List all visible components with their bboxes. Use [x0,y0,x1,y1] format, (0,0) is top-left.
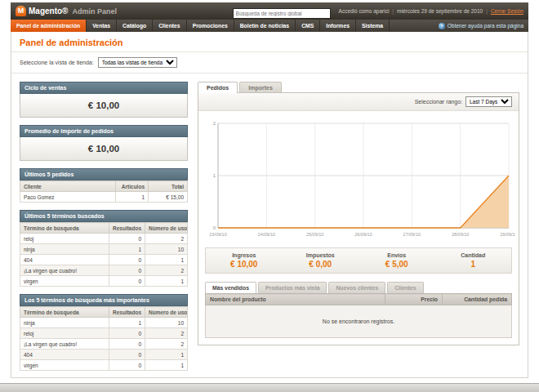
nav-item-catalogo[interactable]: Catálogo [117,20,153,32]
cell: 1 [145,276,188,287]
totals-bar: Ingresos € 10,00 Impuestos € 0,00 Envíos… [205,247,512,274]
tab-productos-mas-vista[interactable]: Productos más vista [258,282,327,293]
cell: 1 [109,318,145,328]
range-label: Seleccionar rango: [415,99,462,105]
orders-area-chart: 23/09/1024/09/1025/09/1026/09/1027/09/10… [205,117,515,239]
cell: virgen [20,276,109,287]
table-row[interactable]: reloj 0 2 [20,234,188,244]
col-header: Número de usos [145,223,188,234]
chart-panel: Seleccionar rango: Last 7 Days 23/09/102… [198,92,519,345]
cell: ¡La virgen que cuadro! [20,265,109,276]
magento-logo[interactable]: M Magento® Admin Panel [16,6,117,16]
tab-mas-vendidos[interactable]: Más vendidos [205,282,256,293]
table-header-row: Término de búsqueda Resultados Número de… [20,223,188,234]
table-row[interactable]: 404 0 1 [20,255,188,265]
cell: 1 [145,255,188,265]
logo-text: Magento® [29,7,68,16]
cell: 0 [109,234,145,244]
range-select[interactable]: Last 7 Days [466,96,512,107]
table-header-row: Nombre del producto Precio Cantidad pedi… [206,294,512,305]
table-row[interactable]: 404 0 1 [20,350,188,360]
main-navigation: Panel de administración Ventas Catálogo … [11,20,528,32]
average-orders-value: € 10,00 [20,137,188,161]
nav-item-ventas[interactable]: Ventas [87,20,117,32]
table-row[interactable]: ¡La virgen que cuadro! 0 2 [20,265,188,276]
stat-label: Ingresos [206,252,283,258]
cell: ¡La virgen que cuadro! [20,339,109,350]
table-row[interactable]: reloj 0 2 [20,328,188,339]
cell: 404 [20,350,109,360]
cell: 2 [145,265,188,276]
cell: 1 [145,350,188,360]
col-header: Precio [385,294,443,305]
cell: 0 [109,360,145,371]
nav-item-sistema[interactable]: Sistema [356,20,390,32]
average-orders-box: Promedio de importe de pedidos € 10,00 [20,125,188,161]
dashboard-columns: Ciclo de ventas € 10,00 Promedio de impo… [11,74,528,378]
table-row[interactable]: ninja 1 10 [20,318,188,328]
logout-link[interactable]: Cerrar Sesión [491,8,523,14]
last-orders-header: Últimos 5 pedidos [20,168,188,180]
svg-text:26/09/10: 26/09/10 [354,232,372,237]
nav-item-cms[interactable]: CMS [296,20,320,32]
nav-item-boletin[interactable]: Boletín de noticias [234,20,296,32]
help-area: ? Obtener ayuda para esta página [439,20,528,32]
svg-text:24/09/10: 24/09/10 [258,232,275,237]
store-view-select[interactable]: Todas las vistas de tienda [98,57,177,68]
table-header-row: Término de búsqueda Resultados Número de… [20,307,188,318]
last-orders-table: Cliente Artículos Total Paco Gomez 1 € 1… [20,180,188,203]
stat-label: Cantidad [435,252,512,258]
cell: ninja [20,318,109,328]
table-row[interactable]: virgen 0 1 [20,360,188,371]
nav-item-promociones[interactable]: Promociones [187,20,234,32]
stat-value: € 5,00 [359,260,435,269]
top-search-terms-header: Los 5 términos de búsqueda más important… [20,294,188,306]
orders-chart: 23/09/1024/09/1025/09/1026/09/1027/09/10… [198,111,519,243]
table-row[interactable]: virgen 0 1 [20,276,188,287]
svg-text:1: 1 [213,173,216,178]
help-link[interactable]: Obtener ayuda para esta página [448,23,523,29]
separator: | [486,8,488,14]
cell: 0 [109,350,145,360]
last-orders-box: Últimos 5 pedidos Cliente Artículos Tota… [20,168,188,203]
cell: 2 [145,234,188,244]
last-search-terms-header: Últimos 5 términos buscados [20,210,188,222]
browser-status-bar [0,383,539,392]
table-row[interactable]: Paco Gomez 1 € 15,00 [20,192,188,203]
col-header: Cantidad pedida [443,294,512,305]
stat-envios: Envíos € 5,00 [359,252,435,269]
cell: 404 [20,255,109,265]
table-header-row: Cliente Artículos Total [20,181,188,192]
logo-subtitle: Admin Panel [72,7,117,16]
table-row[interactable]: ninja 1 10 [20,244,188,255]
page-title: Panel de administración [11,32,528,52]
table-row[interactable]: ¡La virgen que cuadro! 0 2 [20,339,188,350]
col-header: Nombre del producto [206,294,385,305]
help-icon: ? [439,23,445,29]
tab-clientes[interactable]: Clientes [387,282,423,293]
global-search-input[interactable] [233,8,331,19]
tab-nuevos-clientes[interactable]: Nuevos clientes [328,282,385,293]
nav-item-dashboard[interactable]: Panel de administración [11,20,87,32]
svg-text:23/09/10: 23/09/10 [209,232,226,237]
cell: reloj [20,234,109,244]
col-header: Número de usos [145,307,188,318]
tab-importes[interactable]: Importes [239,82,282,93]
nav-item-informes[interactable]: Informes [320,20,356,32]
cell: 2 [145,328,188,339]
empty-row: No se encontraron registros. [206,305,512,338]
cell: Paco Gomez [20,192,116,203]
global-search [233,4,331,19]
cell: 2 [145,339,188,350]
cell: 0 [109,328,145,339]
col-header: Término de búsqueda [20,223,109,234]
nav-item-clientes[interactable]: Clientes [153,20,186,32]
logged-in-as: Accedió como aparici [339,8,390,14]
top-header: M Magento® Admin Panel Accedió como apar… [11,2,528,20]
svg-text:28/09/10: 28/09/10 [452,232,469,237]
cell: 0 [109,255,145,265]
last-search-terms-table: Término de búsqueda Resultados Número de… [20,222,188,287]
cell: 0 [109,276,145,287]
separator: | [392,8,394,14]
tab-pedidos[interactable]: Pedidos [198,82,238,93]
